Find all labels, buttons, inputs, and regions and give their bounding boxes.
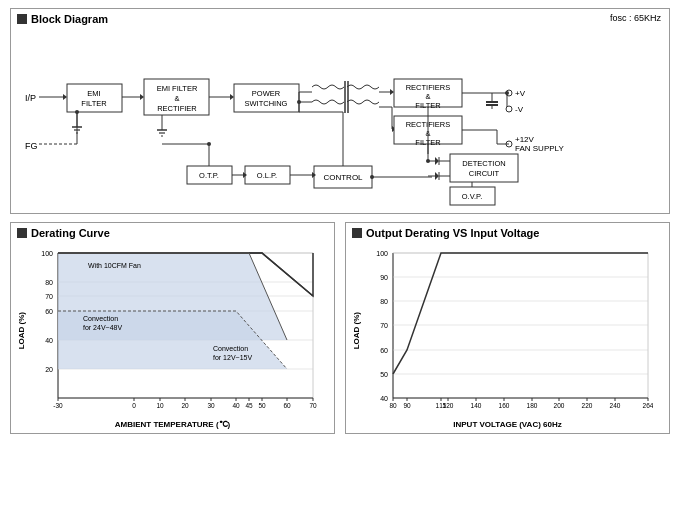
derating-curve-title: Derating Curve xyxy=(31,227,110,239)
junc-ps-bot xyxy=(297,100,301,104)
olp-text: O.L.P. xyxy=(257,171,277,180)
derating-x-label: AMBIENT TEMPERATURE (℃) xyxy=(17,420,328,429)
output-chart-bg xyxy=(393,253,648,398)
junc-fb xyxy=(207,142,211,146)
transformer-left-coil2 xyxy=(312,100,344,104)
x-tick-50: 50 xyxy=(258,402,266,409)
out-y-40: 40 xyxy=(380,395,388,402)
ps-text2: SWITCHING xyxy=(245,99,288,108)
x-tick-20: 20 xyxy=(181,402,189,409)
pv-label: +V xyxy=(515,89,526,98)
output-y-label: LOAD (%) xyxy=(352,312,361,349)
diode1 xyxy=(435,157,439,165)
out-x-90: 90 xyxy=(403,402,411,409)
bottom-sections: Derating Curve LOAD (%) 100 xyxy=(10,222,670,434)
junction-dot1 xyxy=(75,110,79,114)
block-diagram-header: Block Diagram xyxy=(17,13,663,25)
block-diagram-svg: I/P FG EMI FILTER EMI F xyxy=(17,29,667,207)
x-tick-30: 30 xyxy=(207,402,215,409)
out-y-90: 90 xyxy=(380,274,388,281)
otp-text: O.T.P. xyxy=(199,171,219,180)
out-x-80: 80 xyxy=(389,402,397,409)
out-x-120: 120 xyxy=(443,402,454,409)
ip-arrow xyxy=(63,94,67,100)
y-tick-100: 100 xyxy=(41,250,53,257)
conv12v-label2: for 12V~15V xyxy=(213,354,252,361)
emi-fr-text2: & xyxy=(174,94,179,103)
out-x-240: 240 xyxy=(610,402,621,409)
x-tick-60: 60 xyxy=(283,402,291,409)
nv-label: -V xyxy=(515,105,524,114)
out-y-60: 60 xyxy=(380,347,388,354)
output-x-label: INPUT VOLTAGE (VAC) 60Hz xyxy=(352,420,663,429)
x-tick-45: 45 xyxy=(245,402,253,409)
transformer-right-coil-top xyxy=(347,85,379,89)
conv12v-label1: Convection xyxy=(213,345,248,352)
out-y-50: 50 xyxy=(380,371,388,378)
derating-curve-section: Derating Curve LOAD (%) 100 xyxy=(10,222,335,434)
y-tick-60: 60 xyxy=(45,308,53,315)
out-x-140: 140 xyxy=(471,402,482,409)
v12-label2: FAN SUPPLY xyxy=(515,144,564,153)
x-tick-40: 40 xyxy=(232,402,240,409)
v12-label1: +12V xyxy=(515,135,535,144)
y-tick-70: 70 xyxy=(45,293,53,300)
fg-label: FG xyxy=(25,141,38,151)
emi-fr-text3: RECTIFIER xyxy=(157,104,197,113)
block-diagram-section: Block Diagram fosc : 65KHz I/P FG EMI FI… xyxy=(10,8,670,214)
x-tick-10: 10 xyxy=(156,402,164,409)
diode2 xyxy=(435,172,439,180)
out-x-264: 264 xyxy=(643,402,653,409)
ovp-text: O.V.P. xyxy=(462,192,482,201)
transformer-right-coil-bot xyxy=(347,100,379,104)
fosc-label: fosc : 65KHz xyxy=(610,13,661,23)
emi-filter-text1: EMI xyxy=(87,89,100,98)
out-y-70: 70 xyxy=(380,322,388,329)
section-square3 xyxy=(352,228,362,238)
rf-top-text2: & xyxy=(425,92,430,101)
ip-label: I/P xyxy=(25,93,36,103)
output-derating-title: Output Derating VS Input Voltage xyxy=(366,227,539,239)
junc-ctrl xyxy=(370,175,374,179)
rf-top-text1: RECTIFIERS xyxy=(406,83,451,92)
y-tick-40: 40 xyxy=(45,337,53,344)
derating-curve-svg: 100 80 70 60 40 20 -30 0 xyxy=(28,243,318,418)
arrow-trans-rf1 xyxy=(390,89,394,95)
y-tick-20: 20 xyxy=(45,366,53,373)
output-derating-header: Output Derating VS Input Voltage xyxy=(352,227,663,239)
out-x-200: 200 xyxy=(554,402,565,409)
out-circle-nv xyxy=(506,106,512,112)
transformer-left-coil xyxy=(312,85,344,89)
block-diagram-title: Block Diagram xyxy=(31,13,108,25)
arrow-efr-ps xyxy=(230,94,234,100)
y-tick-80: 80 xyxy=(45,279,53,286)
conv24v-label1: Convection xyxy=(83,315,118,322)
junc-det xyxy=(426,159,430,163)
x-tick--30: -30 xyxy=(53,402,63,409)
x-tick-0: 0 xyxy=(132,402,136,409)
out-y-80: 80 xyxy=(380,298,388,305)
out-x-160: 160 xyxy=(499,402,510,409)
output-derating-chart-wrapper: LOAD (%) 100 90 xyxy=(352,243,663,418)
ps-text1: POWER xyxy=(252,89,281,98)
derating-curve-header: Derating Curve xyxy=(17,227,328,239)
out-y-100: 100 xyxy=(376,250,388,257)
fan-label-chart: With 10CFM Fan xyxy=(88,262,141,269)
control-text: CONTROL xyxy=(323,173,363,182)
dc-text1: DETECTION xyxy=(462,159,505,168)
emi-fr-text1: EMI FILTER xyxy=(157,84,198,93)
dc-text2: CIRCUIT xyxy=(469,169,500,178)
section-square2 xyxy=(17,228,27,238)
section-square xyxy=(17,14,27,24)
out-x-220: 220 xyxy=(582,402,593,409)
page: Block Diagram fosc : 65KHz I/P FG EMI FI… xyxy=(0,0,680,525)
derating-chart-wrapper: LOAD (%) 100 80 70 xyxy=(17,243,328,418)
x-tick-70: 70 xyxy=(309,402,317,409)
arrow-ef-efr xyxy=(140,94,144,100)
conv24v-label2: for 24V~48V xyxy=(83,324,122,331)
out-x-180: 180 xyxy=(527,402,538,409)
output-derating-section: Output Derating VS Input Voltage LOAD (%… xyxy=(345,222,670,434)
derating-y-label: LOAD (%) xyxy=(17,312,26,349)
output-derating-svg: 100 90 80 70 60 50 40 80 xyxy=(363,243,653,418)
emi-filter-text2: FILTER xyxy=(81,99,107,108)
